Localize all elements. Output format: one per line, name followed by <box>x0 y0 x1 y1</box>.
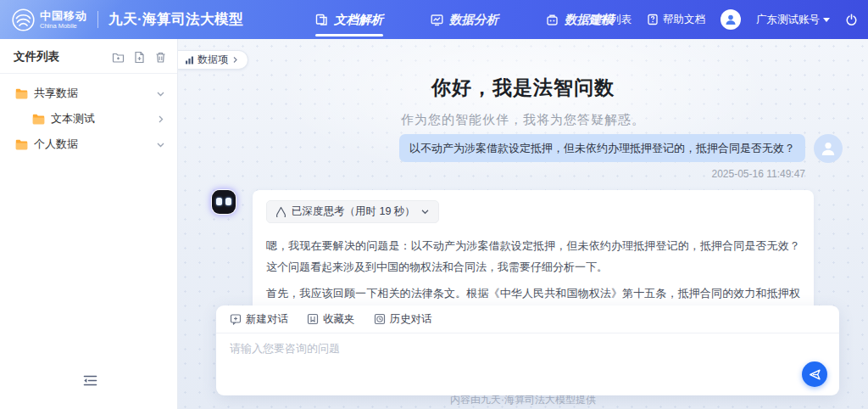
user-message-bubble: 以不动产为涉案借款设定抵押，但未依约办理抵押登记的，抵押合同是否无效？ <box>399 134 805 162</box>
tab-label: 数据分析 <box>449 12 498 28</box>
favorites-button[interactable]: 收藏夹 <box>307 312 355 327</box>
chevron-down-icon[interactable] <box>156 89 165 98</box>
chevron-down-icon <box>420 207 430 216</box>
data-modeling-icon <box>546 14 559 26</box>
brand-divider <box>97 11 98 28</box>
favorites-folder-icon <box>307 313 319 325</box>
chat-area: 数据项 你好，我是法智问数 作为您的智能伙伴，我将为您答疑解惑。 以不动产为涉案… <box>178 39 868 409</box>
greeting-title: 你好，我是法智问数 <box>178 75 868 101</box>
help-doc-label: 帮助文档 <box>663 13 705 27</box>
composer-toolbar: 新建对话 收藏夹 历史对话 <box>216 305 839 333</box>
new-folder-icon[interactable] <box>112 51 125 64</box>
file-sidebar: 文件列表 共享数据 文本测试 <box>0 39 178 409</box>
sidebar-tools <box>112 51 167 64</box>
favorites-label: 收藏夹 <box>323 312 355 327</box>
folder-icon <box>15 88 28 99</box>
logo-en: China Mobile <box>40 23 87 30</box>
user-message-row: 以不动产为涉案借款设定抵押，但未依约办理抵押登记的，抵押合同是否无效？ <box>399 134 843 163</box>
tree-item-text-test[interactable]: 文本测试 <box>0 106 177 132</box>
brand: 中国移动 China Mobile 九天·海算司法大模型 <box>12 8 243 31</box>
tree-item-label: 文本测试 <box>51 111 156 126</box>
history-icon <box>374 313 386 325</box>
deep-think-toggle[interactable]: 已深度思考（用时 19 秒） <box>266 200 439 223</box>
chevron-right-icon[interactable] <box>156 115 165 124</box>
message-timestamp: 2025-05-16 11:49:47 <box>711 168 805 180</box>
task-list-link[interactable]: 任务列表 <box>589 13 632 27</box>
tree-item-personal-data[interactable]: 个人数据 <box>0 132 177 157</box>
deep-think-label: 已深度思考（用时 19 秒） <box>292 204 415 219</box>
top-navbar: 中国移动 China Mobile 九天·海算司法大模型 文档解析 数据分析 数… <box>0 0 868 39</box>
nav-tabs: 文档解析 数据分析 数据建模 <box>315 0 614 39</box>
tab-label: 文档解析 <box>334 12 383 28</box>
composer-panel: 新建对话 收藏夹 历史对话 <box>216 305 839 395</box>
new-file-icon[interactable] <box>133 51 146 64</box>
greeting-subtitle: 作为您的智能伙伴，我将为您答疑解惑。 <box>178 112 868 128</box>
tab-data-analysis[interactable]: 数据分析 <box>431 0 498 39</box>
chevron-down-icon <box>823 18 830 22</box>
history-button[interactable]: 历史对话 <box>374 312 432 327</box>
document-parse-icon <box>315 14 328 26</box>
data-item-tab[interactable]: 数据项 <box>178 50 248 70</box>
chevron-right-icon <box>231 56 239 64</box>
logo-text: 中国移动 China Mobile <box>40 10 87 30</box>
folder-icon <box>15 139 28 150</box>
user-avatar <box>814 134 843 163</box>
collapse-sidebar-icon[interactable] <box>83 374 97 387</box>
account-menu[interactable]: 广东测试账号 <box>756 13 830 27</box>
folder-icon <box>32 114 45 125</box>
file-tree: 共享数据 文本测试 个人数据 <box>0 74 177 164</box>
navbar-right: 任务列表 帮助文档 广东测试账号 <box>589 0 858 39</box>
tree-item-label: 个人数据 <box>34 137 156 152</box>
product-title: 九天·海算司法大模型 <box>108 10 243 29</box>
answer-paragraph: 嗯，我现在要解决的问题是：以不动产为涉案借款设定抵押，但未依约办理抵押登记的，抵… <box>266 235 800 277</box>
new-chat-label: 新建对话 <box>246 312 288 327</box>
tab-document-parsing[interactable]: 文档解析 <box>315 0 383 39</box>
send-button[interactable] <box>802 361 827 387</box>
data-item-label: 数据项 <box>198 53 228 67</box>
sidebar-header: 文件列表 <box>0 39 177 74</box>
task-list-label: 任务列表 <box>589 13 632 27</box>
help-doc-link[interactable]: 帮助文档 <box>647 13 705 27</box>
logout-power-icon[interactable] <box>845 14 858 26</box>
deep-think-icon <box>275 206 287 217</box>
sidebar-title: 文件列表 <box>14 49 112 64</box>
help-doc-icon <box>647 14 659 25</box>
assistant-robot-avatar <box>212 190 236 214</box>
data-analysis-icon <box>431 14 443 26</box>
new-chat-button[interactable]: 新建对话 <box>230 312 288 327</box>
user-avatar-small[interactable] <box>721 9 741 30</box>
logo-cn: 中国移动 <box>40 10 87 21</box>
question-input[interactable] <box>216 333 839 376</box>
tree-item-shared-data[interactable]: 共享数据 <box>0 81 177 106</box>
tree-item-label: 共享数据 <box>34 86 156 101</box>
history-label: 历史对话 <box>390 312 432 327</box>
new-chat-icon <box>230 313 242 325</box>
account-name: 广东测试账号 <box>756 13 820 27</box>
bar-chart-icon <box>185 55 194 64</box>
chevron-down-icon[interactable] <box>156 140 165 149</box>
trash-icon[interactable] <box>154 51 167 64</box>
china-mobile-logo-icon <box>12 8 35 31</box>
